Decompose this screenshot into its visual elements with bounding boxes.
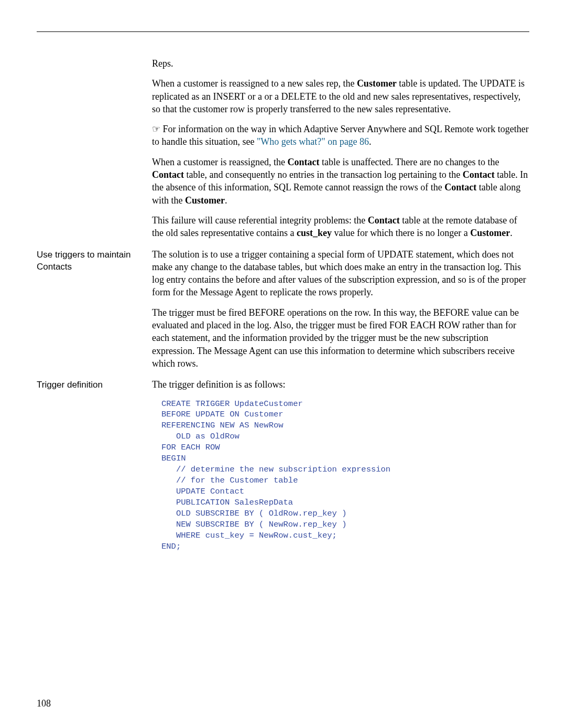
bold-customer: Customer: [470, 228, 510, 238]
paragraph-contact-unaffected: When a customer is reassigned, the Conta…: [152, 156, 529, 207]
text: .: [225, 195, 227, 206]
text: This failure will cause referential inte…: [152, 215, 368, 226]
paragraph-reps: Reps.: [152, 57, 529, 70]
sidebar-label-triggers: Use triggers to maintain Contacts: [37, 248, 152, 378]
sidebar-empty: [37, 57, 152, 247]
bold-customer: Customer: [357, 78, 397, 89]
text: .: [369, 136, 372, 147]
bold-contact: Contact: [368, 215, 400, 226]
code-block-trigger: CREATE TRIGGER UpdateCustomer BEFORE UPD…: [161, 399, 529, 552]
content-block-1: Reps. When a customer is reassigned to a…: [152, 57, 529, 247]
content-block-2: The solution is to use a trigger contain…: [152, 248, 529, 378]
text: When a customer is reassigned to a new s…: [152, 78, 357, 89]
bold-contact: Contact: [287, 157, 319, 167]
bold-custkey: cust_key: [297, 228, 332, 238]
text: When a customer is reassigned, the: [152, 157, 287, 167]
paragraph-failure: This failure will cause referential inte…: [152, 214, 529, 240]
bold-contact: Contact: [444, 182, 476, 192]
paragraph-trigger-before: The trigger must be fired BEFORE operati…: [152, 306, 529, 370]
content-block-3: The trigger definition is as follows: CR…: [152, 378, 529, 552]
bold-customer: Customer: [185, 195, 225, 206]
text: value for which there is no longer a: [332, 228, 470, 238]
text: table, and consequently no entries in th…: [184, 169, 463, 180]
page-number: 108: [37, 698, 51, 709]
cross-reference-link[interactable]: "Who gets what?" on page 86: [257, 136, 369, 147]
bold-contact: Contact: [152, 169, 184, 180]
paragraph-reassign: When a customer is reassigned to a new s…: [152, 77, 529, 115]
paragraph-trigger-def-intro: The trigger definition is as follows:: [152, 378, 529, 391]
paragraph-solution: The solution is to use a trigger contain…: [152, 248, 529, 299]
bold-contact: Contact: [463, 169, 495, 180]
paragraph-link: ☞ For information on the way in which Ad…: [152, 123, 529, 148]
pointer-icon: ☞: [152, 124, 160, 134]
sidebar-label-trigger-def: Trigger definition: [37, 378, 152, 552]
text: .: [510, 228, 513, 238]
horizontal-rule: [37, 31, 529, 32]
text: table is unaffected. There are no change…: [319, 157, 499, 167]
